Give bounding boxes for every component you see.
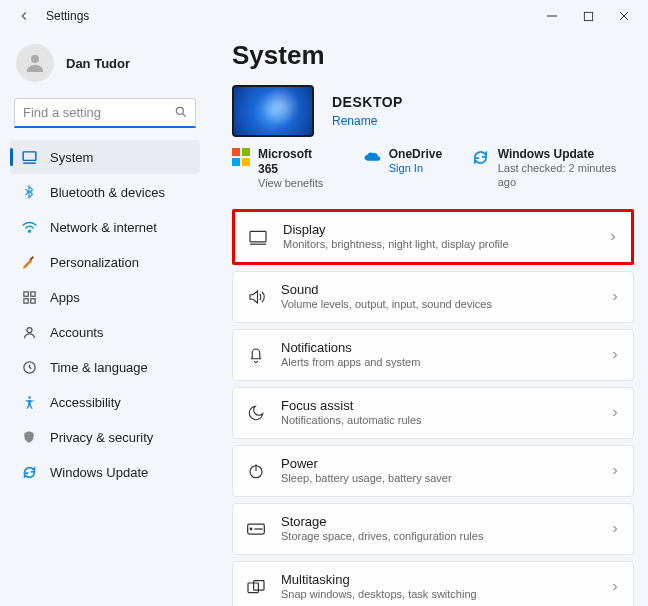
card-notifications[interactable]: Notifications Alerts from apps and syste… (232, 329, 634, 381)
sound-icon (245, 288, 267, 306)
microsoft-icon (232, 148, 250, 166)
close-button[interactable] (606, 0, 642, 32)
sidebar-item-label: Accessibility (50, 395, 121, 410)
wifi-icon (20, 218, 38, 236)
sidebar-item-personalization[interactable]: Personalization (10, 245, 200, 279)
svg-rect-14 (30, 298, 34, 302)
sidebar-item-label: Network & internet (50, 220, 157, 235)
svg-rect-18 (250, 231, 266, 241)
svg-point-4 (31, 55, 39, 63)
card-title: Notifications (281, 340, 595, 356)
svg-rect-1 (584, 12, 592, 20)
avatar (16, 44, 54, 82)
wallpaper-thumb (232, 85, 314, 137)
sidebar-item-privacy[interactable]: Privacy & security (10, 420, 200, 454)
titlebar: Settings (0, 0, 648, 32)
display-icon (247, 229, 269, 245)
card-display[interactable]: Display Monitors, brightness, night ligh… (232, 209, 634, 265)
svg-point-15 (27, 327, 32, 332)
shield-icon (20, 428, 38, 446)
accounts-icon (20, 323, 38, 341)
sidebar-item-label: Privacy & security (50, 430, 153, 445)
status-sub: Last checked: 2 minutes ago (498, 162, 634, 190)
sidebar-nav: System Bluetooth & devices Network & int… (10, 140, 200, 489)
account-name: Dan Tudor (66, 56, 130, 71)
apps-icon (20, 288, 38, 306)
sidebar: Dan Tudor System Bluetooth & devices (0, 32, 210, 606)
brush-icon (20, 253, 38, 271)
sidebar-item-system[interactable]: System (10, 140, 200, 174)
back-button[interactable] (6, 0, 42, 32)
sidebar-item-accounts[interactable]: Accounts (10, 315, 200, 349)
device-name: DESKTOP (332, 94, 403, 110)
update-icon (20, 463, 38, 481)
chevron-right-icon (609, 523, 621, 535)
sidebar-item-label: Windows Update (50, 465, 148, 480)
card-sub: Sleep, battery usage, battery saver (281, 472, 595, 486)
search-wrap (14, 98, 196, 128)
card-title: Multitasking (281, 572, 595, 588)
account-block[interactable]: Dan Tudor (10, 32, 200, 96)
chevron-right-icon (609, 465, 621, 477)
card-sub: Notifications, automatic rules (281, 414, 595, 428)
chevron-right-icon (607, 231, 619, 243)
card-sound[interactable]: Sound Volume levels, output, input, soun… (232, 271, 634, 323)
device-hero: DESKTOP Rename (232, 85, 634, 137)
card-sub: Volume levels, output, input, sound devi… (281, 298, 595, 312)
rename-link[interactable]: Rename (332, 114, 403, 128)
sidebar-item-accessibility[interactable]: Accessibility (10, 385, 200, 419)
sidebar-item-network[interactable]: Network & internet (10, 210, 200, 244)
chevron-right-icon (609, 349, 621, 361)
sidebar-item-bluetooth[interactable]: Bluetooth & devices (10, 175, 200, 209)
card-multitasking[interactable]: Multitasking Snap windows, desktops, tas… (232, 561, 634, 606)
sidebar-item-label: Apps (50, 290, 80, 305)
power-icon (245, 462, 267, 480)
card-focus[interactable]: Focus assist Notifications, automatic ru… (232, 387, 634, 439)
svg-point-23 (250, 528, 252, 530)
moon-icon (245, 404, 267, 422)
sidebar-item-apps[interactable]: Apps (10, 280, 200, 314)
svg-rect-11 (23, 291, 27, 295)
chevron-right-icon (609, 581, 621, 593)
card-title: Sound (281, 282, 595, 298)
update-status-icon (472, 148, 490, 166)
card-sub: Storage space, drives, configuration rul… (281, 530, 595, 544)
status-update[interactable]: Windows Update Last checked: 2 minutes a… (472, 147, 634, 191)
card-title: Focus assist (281, 398, 595, 414)
status-onedrive[interactable]: OneDrive Sign In (363, 147, 442, 191)
settings-cards: Display Monitors, brightness, night ligh… (232, 209, 634, 606)
chevron-right-icon (609, 291, 621, 303)
svg-point-5 (176, 107, 183, 114)
svg-point-17 (28, 396, 31, 399)
card-storage[interactable]: Storage Storage space, drives, configura… (232, 503, 634, 555)
sidebar-item-label: Accounts (50, 325, 103, 340)
minimize-button[interactable] (534, 0, 570, 32)
status-m365[interactable]: Microsoft 365 View benefits (232, 147, 333, 191)
status-title: Windows Update (498, 147, 634, 162)
storage-icon (245, 522, 267, 536)
sidebar-item-label: Bluetooth & devices (50, 185, 165, 200)
onedrive-icon (363, 148, 381, 166)
chevron-right-icon (609, 407, 621, 419)
sidebar-item-update[interactable]: Windows Update (10, 455, 200, 489)
svg-rect-7 (23, 151, 36, 160)
status-sub: Sign In (389, 162, 442, 176)
svg-point-9 (28, 230, 30, 232)
card-title: Display (283, 222, 593, 238)
maximize-button[interactable] (570, 0, 606, 32)
card-sub: Alerts from apps and system (281, 356, 595, 370)
status-sub: View benefits (258, 177, 333, 191)
svg-rect-12 (30, 291, 34, 295)
sidebar-item-label: System (50, 150, 93, 165)
search-input[interactable] (14, 98, 196, 128)
sidebar-item-label: Personalization (50, 255, 139, 270)
sidebar-item-label: Time & language (50, 360, 148, 375)
status-title: Microsoft 365 (258, 147, 333, 177)
card-power[interactable]: Power Sleep, battery usage, battery save… (232, 445, 634, 497)
status-row: Microsoft 365 View benefits OneDrive Sig… (232, 147, 634, 191)
search-icon (174, 105, 188, 119)
accessibility-icon (20, 393, 38, 411)
card-title: Power (281, 456, 595, 472)
sidebar-item-time[interactable]: Time & language (10, 350, 200, 384)
bell-icon (245, 346, 267, 364)
